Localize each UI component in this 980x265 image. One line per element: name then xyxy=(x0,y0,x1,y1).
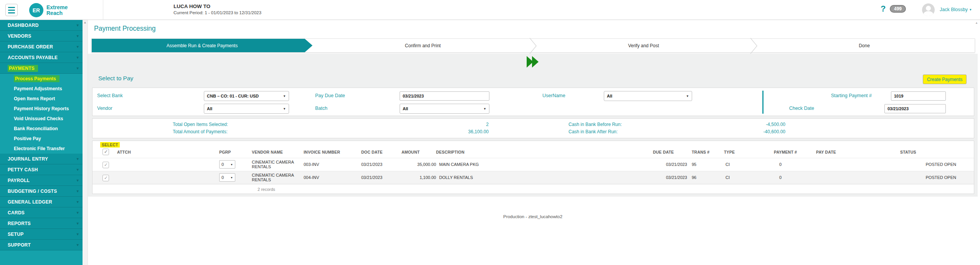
check-icon: ✓ xyxy=(104,149,108,154)
totals-panel: Total Open Items Selected: 2 Total Amoun… xyxy=(92,118,974,138)
doc-date-cell: 03/21/2023 xyxy=(361,158,402,171)
sidebar-item-support[interactable]: SUPPORT▾ xyxy=(0,240,83,250)
sidebar-item-dashboard[interactable]: DASHBOARD▾ xyxy=(0,20,83,31)
chevron-down-icon[interactable]: ▾ xyxy=(77,210,79,215)
user-avatar[interactable] xyxy=(922,3,935,16)
select-caret-icon: ▼ xyxy=(483,107,486,111)
trans-header: TRANS # xyxy=(689,141,724,158)
sidebar-item-budgeting-costs[interactable]: BUDGETING / COSTS▾ xyxy=(0,186,83,197)
chevron-down-icon[interactable]: ▾ xyxy=(77,189,79,193)
description-link[interactable]: DOLLY RENTALS xyxy=(436,171,653,184)
fast-forward-icon[interactable] xyxy=(527,56,539,68)
chevron-down-icon[interactable]: ▾ xyxy=(77,167,79,172)
scroll-up-icon[interactable]: ▲ xyxy=(975,21,978,25)
user-menu[interactable]: Jack Blossby ▾ xyxy=(940,7,971,12)
scroll-up-icon[interactable]: ▲ xyxy=(83,20,88,25)
step-done: Done xyxy=(754,39,975,52)
total-amount-label: Total Amount of Payments: xyxy=(173,129,228,134)
step-verify-and-post: Verify and Post xyxy=(533,39,754,52)
environment-footer: Production - ztest_lucahowto2 xyxy=(88,214,978,219)
vendor-link[interactable]: CINEMATIC CAMERA RENTALS xyxy=(252,158,304,171)
attch-cell xyxy=(117,171,219,184)
starting-payment-input[interactable] xyxy=(891,91,946,101)
chevron-down-icon[interactable]: ▾ xyxy=(77,178,79,182)
sidebar-item-void-unissued-checks[interactable]: Void Unissued Checks xyxy=(0,114,83,124)
sidebar-item-cards[interactable]: CARDS▾ xyxy=(0,207,83,218)
sidebar-item-journal-entry[interactable]: JOURNAL ENTRY▾ xyxy=(0,154,83,164)
sidebar-item-accounts-payable[interactable]: ACCOUNTS PAYABLE▾ xyxy=(0,52,83,63)
hamburger-menu-icon[interactable] xyxy=(5,4,18,16)
sidebar-item-payment-history-reports[interactable]: Payment History Reports xyxy=(0,104,83,114)
sidebar-item-general-ledger[interactable]: GENERAL LEDGER▾ xyxy=(0,197,83,207)
chevron-down-icon[interactable]: ▾ xyxy=(77,221,79,225)
amount-cell: 1,100.00 xyxy=(402,171,436,184)
doc-date-cell: 03/21/2023 xyxy=(361,171,402,184)
sidebar-item-payments[interactable]: PAYMENTS▾ xyxy=(0,63,83,74)
sidebar-item-purchase-order[interactable]: PURCHASE ORDER▾ xyxy=(0,41,83,52)
trans-link[interactable]: 95 xyxy=(689,158,724,171)
check-icon: ✓ xyxy=(104,162,108,167)
chevron-separator-icon xyxy=(750,38,758,54)
sidebar-item-positive-pay[interactable]: Positive Pay xyxy=(0,134,83,144)
username-label: UserName xyxy=(542,93,565,98)
sidebar-item-bank-reconciliation[interactable]: Bank Reconciliation xyxy=(0,124,83,134)
content-scrollbar[interactable]: ▲ xyxy=(83,20,88,265)
invoice-link[interactable]: 003-INV xyxy=(304,158,361,171)
form-divider xyxy=(762,91,764,114)
chevron-down-icon[interactable]: ▾ xyxy=(77,200,79,204)
sidebar-item-electronic-file-transfer[interactable]: Electronic File Transfer xyxy=(0,144,83,154)
sidebar-item-reports[interactable]: REPORTS▾ xyxy=(0,218,83,229)
chevron-down-icon[interactable]: ▾ xyxy=(77,243,79,247)
row-select-checkbox[interactable]: ✓ xyxy=(102,175,109,181)
description-link[interactable]: MAIN CAMERA PKG xyxy=(436,158,653,171)
pgrp-select[interactable]: 0▼ xyxy=(219,173,235,182)
due-date-cell: 03/21/2023 xyxy=(653,171,689,184)
sidebar-item-setup[interactable]: SETUP▾ xyxy=(0,229,83,240)
chevron-down-icon[interactable]: ▾ xyxy=(77,232,79,236)
vendor-link[interactable]: CINEMATIC CAMERA RENTALS xyxy=(252,171,304,184)
cash-before-value: -4,500.00 xyxy=(691,122,785,127)
sidebar-item-open-items-report[interactable]: Open Items Report xyxy=(0,94,83,104)
select-all-checkbox[interactable]: ✓ xyxy=(102,149,109,155)
chevron-down-icon[interactable]: ▾ xyxy=(77,55,79,60)
open-items-table-panel: SELECT ✓ ATTCH PGRP VENDOR NAME INVOICE … xyxy=(92,141,974,194)
attch-cell xyxy=(117,158,219,171)
batch-dropdown[interactable]: All ▼ xyxy=(400,104,489,114)
username-dropdown[interactable]: All ▼ xyxy=(604,91,692,101)
sidebar-item-payment-adjustments[interactable]: Payment Adjustments xyxy=(0,84,83,94)
pgrp-select[interactable]: 0▼ xyxy=(219,160,235,169)
type-header: TYPE xyxy=(724,141,774,158)
notification-badge[interactable]: 499 xyxy=(890,5,906,13)
chevron-down-icon[interactable]: ▾ xyxy=(77,45,79,49)
trans-link[interactable]: 96 xyxy=(689,171,724,184)
status-cell: POSTED OPEN xyxy=(898,171,974,184)
select-bank-dropdown[interactable]: CNB – CO: 01 - CUR: USD ▼ xyxy=(204,91,289,101)
table-row: ✓ 0▼ CINEMATIC CAMERA RENTALS 004-INV 03… xyxy=(93,171,974,184)
table-row: ✓ 0▼ CINEMATIC CAMERA RENTALS 003-INV 03… xyxy=(93,158,974,171)
batch-label: Batch xyxy=(315,106,327,111)
chevron-down-icon[interactable]: ▾ xyxy=(77,157,79,161)
sidebar-item-petty-cash[interactable]: PETTY CASH▾ xyxy=(0,164,83,175)
invoice-link[interactable]: 004-INV xyxy=(304,171,361,184)
pay-date-cell xyxy=(816,171,898,184)
sidebar-item-process-payments[interactable]: Process Payments xyxy=(0,74,83,84)
sidebar-item-payroll[interactable]: PAYROLL▾ xyxy=(0,175,83,186)
sidebar-nav: DASHBOARD▾ VENDORS▾ PURCHASE ORDER▾ ACCO… xyxy=(0,20,83,265)
status-cell: POSTED OPEN xyxy=(898,158,974,171)
help-icon[interactable]: ? xyxy=(881,4,886,14)
sidebar-item-vendors[interactable]: VENDORS▾ xyxy=(0,31,83,41)
payment-processing-app: ER Extreme Reach LUCA HOW TO Current Per… xyxy=(0,0,980,265)
check-date-input[interactable] xyxy=(884,104,946,113)
select-caret-icon: ▼ xyxy=(230,176,233,179)
pay-due-date-input[interactable] xyxy=(400,91,489,101)
select-bank-label: Select Bank xyxy=(97,93,123,98)
doc-date-header: DOC DATE xyxy=(361,141,402,158)
chevron-down-icon[interactable]: ▾ xyxy=(77,23,79,27)
vendor-dropdown[interactable]: All ▼ xyxy=(204,104,289,114)
chevron-down-icon[interactable]: ▾ xyxy=(77,66,79,70)
chevron-down-icon[interactable]: ▾ xyxy=(77,34,79,38)
brand-logo[interactable]: ER Extreme Reach xyxy=(29,3,68,17)
create-payments-button[interactable]: Create Payments xyxy=(923,75,967,84)
vendor-header: VENDOR NAME xyxy=(252,141,304,158)
row-select-checkbox[interactable]: ✓ xyxy=(102,162,109,168)
